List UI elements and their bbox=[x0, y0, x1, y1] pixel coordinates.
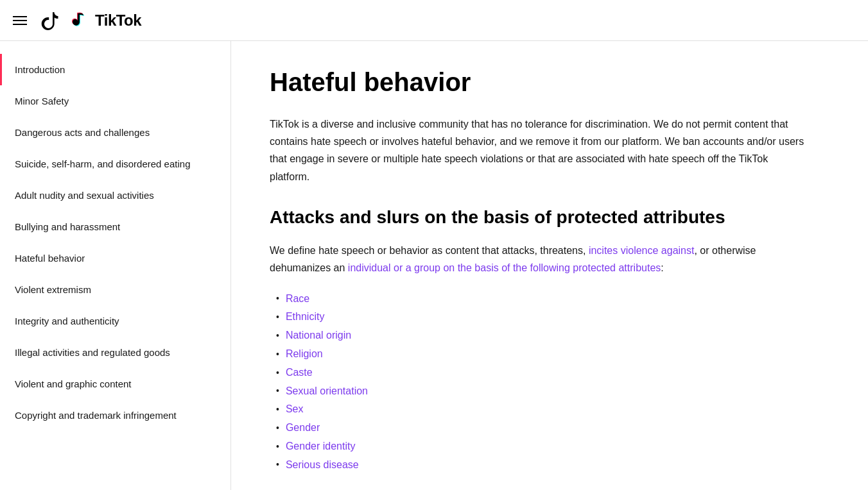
section1-title: Attacks and slurs on the basis of protec… bbox=[270, 206, 809, 229]
list-item: Gender bbox=[276, 419, 809, 437]
layout: Introduction Minor Safety Dangerous acts… bbox=[0, 41, 868, 490]
list-item: Religion bbox=[276, 345, 809, 364]
list-item: Sexual orientation bbox=[276, 382, 809, 401]
tiktok-logo-svg bbox=[65, 8, 90, 33]
sidebar-item-suicide-selfharm[interactable]: Suicide, self-harm, and disordered eatin… bbox=[0, 148, 230, 180]
sidebar-item-minor-safety[interactable]: Minor Safety bbox=[0, 85, 230, 117]
list-item: Ethnicity bbox=[276, 308, 809, 326]
list-item: Sex bbox=[276, 400, 809, 419]
sidebar-item-illegal-activities[interactable]: Illegal activities and regulated goods bbox=[0, 337, 230, 368]
sidebar-item-integrity[interactable]: Integrity and authenticity bbox=[0, 305, 230, 337]
page-title: Hateful behavior bbox=[270, 67, 809, 97]
main-content: Hateful behavior TikTok is a diverse and… bbox=[231, 41, 847, 490]
list-item: Gender identity bbox=[276, 437, 809, 456]
list-item: Race bbox=[276, 290, 809, 308]
tiktok-logo-icon bbox=[37, 9, 60, 32]
sidebar-item-violent-extremism[interactable]: Violent extremism bbox=[0, 274, 230, 305]
sidebar-item-violent-graphic[interactable]: Violent and graphic content bbox=[0, 368, 230, 400]
logo[interactable]: TikTok bbox=[37, 8, 141, 33]
menu-button[interactable] bbox=[13, 16, 27, 25]
list-item: Serious disease bbox=[276, 456, 809, 475]
sidebar-item-dangerous-acts[interactable]: Dangerous acts and challenges bbox=[0, 117, 230, 148]
sidebar: Introduction Minor Safety Dangerous acts… bbox=[0, 41, 231, 490]
sidebar-item-adult-nudity[interactable]: Adult nudity and sexual activities bbox=[0, 180, 230, 211]
section1-text: We define hate speech or behavior as con… bbox=[270, 242, 809, 276]
list-item: National origin bbox=[276, 326, 809, 345]
sidebar-item-copyright[interactable]: Copyright and trademark infringement bbox=[0, 400, 230, 431]
list-item: Caste bbox=[276, 364, 809, 382]
sidebar-item-bullying[interactable]: Bullying and harassment bbox=[0, 211, 230, 242]
header: TikTok bbox=[0, 0, 868, 41]
protected-attributes-list: Race Ethnicity National origin Religion … bbox=[270, 290, 809, 475]
intro-paragraph: TikTok is a diverse and inclusive commun… bbox=[270, 115, 809, 185]
logo-text: TikTok bbox=[95, 12, 141, 30]
sidebar-item-introduction[interactable]: Introduction bbox=[0, 54, 230, 85]
sidebar-item-hateful-behavior[interactable]: Hateful behavior bbox=[0, 242, 230, 274]
